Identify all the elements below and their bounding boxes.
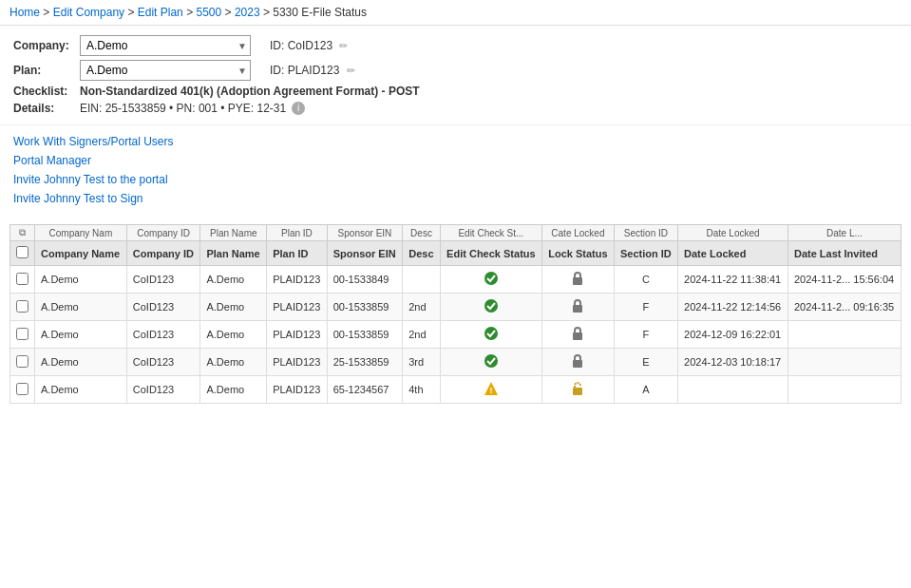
plan-select[interactable]: A.Demo — [80, 60, 251, 81]
company-id-edit-icon[interactable]: ✏ — [339, 40, 348, 51]
table-row: A.DemoCoID123A.DemoPLAID12300-15338592nd… — [10, 321, 902, 349]
row-checkbox[interactable] — [16, 273, 28, 285]
svg-rect-7 — [573, 360, 582, 368]
link-invite-portal[interactable]: Invite Johnny Test to the portal — [13, 173, 898, 186]
header-edit-check: Edit Check Status — [440, 241, 541, 266]
svg-rect-3 — [573, 305, 582, 313]
svg-point-4 — [484, 327, 498, 340]
breadcrumb-current: 5330 E-File Status — [273, 6, 367, 19]
breadcrumb-2023[interactable]: 2023 — [235, 6, 260, 19]
breadcrumb-home[interactable]: Home — [9, 6, 40, 19]
row-lock-status — [541, 266, 614, 294]
row-checkbox-cell — [10, 266, 35, 294]
green-check-icon — [484, 271, 499, 286]
header-desc: Desc — [403, 241, 441, 266]
mini-col-company-id: Company ID — [126, 225, 200, 241]
header-date-locked: Date Locked — [678, 241, 788, 266]
green-check-icon — [484, 326, 499, 341]
svg-point-2 — [484, 299, 498, 313]
row-company-name: A.Demo — [35, 266, 127, 294]
plan-id-display: ID: PLAID123 ✏ — [270, 64, 355, 77]
table-row: A.DemoCoID123A.DemoPLAID12300-15338592nd… — [10, 294, 902, 321]
link-work-with-signers[interactable]: Work With Signers/Portal Users — [13, 135, 898, 148]
mini-col-company-name: Company Nam — [35, 225, 127, 241]
row-checkbox[interactable] — [16, 300, 28, 313]
header-lock-status: Lock Status — [541, 241, 614, 266]
row-sponsor-ein: 00-1533849 — [327, 266, 403, 294]
company-id-display: ID: CoID123 ✏ — [270, 39, 348, 52]
checklist-value: Non-Standardized 401(k) (Adoption Agreem… — [80, 85, 420, 98]
row-plan-id: PLAID123 — [267, 294, 328, 321]
row-sponsor-ein: 65-1234567 — [327, 376, 403, 404]
header-plan-id: Plan ID — [267, 241, 328, 266]
header-company-name: Company Name — [35, 241, 127, 266]
mini-col-plan-id: Plan ID — [267, 225, 328, 241]
locked-icon — [571, 353, 584, 369]
row-edit-check-status — [440, 266, 541, 294]
locked-icon — [571, 326, 584, 341]
row-checkbox-cell — [10, 321, 35, 349]
row-edit-check-status: ! — [440, 376, 541, 404]
mini-col-section-id: Section ID — [614, 225, 677, 241]
copy-icon[interactable]: ⧉ — [19, 227, 26, 237]
header-sponsor-ein: Sponsor EIN — [327, 241, 403, 266]
mini-col-desc: Desc — [403, 225, 441, 241]
table-main-header-row: Company Name Company ID Plan Name Plan I… — [10, 241, 902, 266]
row-date-last-invited — [788, 376, 901, 404]
row-checkbox[interactable] — [16, 355, 28, 368]
row-edit-check-status — [440, 321, 541, 349]
row-checkbox[interactable] — [16, 328, 28, 340]
link-invite-sign[interactable]: Invite Johnny Test to Sign — [13, 192, 898, 205]
row-lock-status — [541, 349, 614, 376]
row-edit-check-status — [440, 349, 541, 376]
table-mini-header-row: ⧉ Company Nam Company ID Plan Name Plan … — [10, 225, 902, 241]
svg-rect-5 — [573, 332, 582, 340]
row-plan-id: PLAID123 — [267, 376, 328, 404]
mini-col-lock-status: Cate Locked — [541, 225, 614, 241]
header-company-id: Company ID — [126, 241, 200, 266]
efile-table: ⧉ Company Nam Company ID Plan Name Plan … — [9, 224, 902, 404]
row-lock-status — [541, 321, 614, 349]
company-select[interactable]: A.Demo — [80, 35, 251, 56]
link-portal-manager[interactable]: Portal Manager — [13, 154, 898, 167]
details-info-icon[interactable]: i — [292, 102, 305, 115]
row-date-locked: 2024-11-22 12:14:56 — [678, 294, 788, 321]
mini-col-date-last: Date L... — [788, 225, 901, 241]
select-all-checkbox[interactable] — [16, 246, 28, 258]
row-date-last-invited — [788, 321, 901, 349]
row-date-last-invited — [788, 349, 901, 376]
breadcrumb-edit-plan[interactable]: Edit Plan — [138, 6, 183, 19]
mini-col-edit-check: Edit Check St... — [440, 225, 541, 241]
plan-select-wrap: A.Demo ▼ — [80, 60, 251, 81]
company-select-wrap: A.Demo ▼ — [80, 35, 251, 56]
warning-icon: ! — [484, 381, 499, 396]
row-plan-name: A.Demo — [200, 349, 267, 376]
row-plan-id: PLAID123 — [267, 349, 328, 376]
plan-id-edit-icon[interactable]: ✏ — [347, 65, 355, 76]
row-checkbox[interactable] — [16, 383, 28, 395]
table-body: A.DemoCoID123A.DemoPLAID12300-1533849 C2… — [10, 266, 902, 404]
row-section-id: A — [614, 376, 677, 404]
row-checkbox-cell — [10, 376, 35, 404]
checklist-label: Checklist: — [13, 85, 80, 98]
links-section: Work With Signers/Portal Users Portal Ma… — [0, 125, 911, 220]
row-company-name: A.Demo — [35, 376, 127, 404]
svg-point-0 — [484, 272, 498, 285]
row-desc — [403, 266, 441, 294]
svg-point-6 — [484, 354, 498, 368]
header-section-id: Section ID — [614, 241, 677, 266]
row-plan-name: A.Demo — [200, 266, 267, 294]
svg-rect-10 — [573, 388, 582, 395]
header-plan-name: Plan Name — [200, 241, 267, 266]
mini-col-plan-name: Plan Name — [200, 225, 267, 241]
row-plan-id: PLAID123 — [267, 266, 328, 294]
row-plan-id: PLAID123 — [267, 321, 328, 349]
company-label: Company: — [13, 39, 80, 52]
locked-icon — [571, 298, 584, 313]
table-section: ⧉ Company Nam Company ID Plan Name Plan … — [0, 220, 911, 417]
breadcrumb-edit-company[interactable]: Edit Company — [53, 6, 124, 19]
row-company-name: A.Demo — [35, 294, 127, 321]
row-section-id: E — [614, 349, 677, 376]
breadcrumb-5500[interactable]: 5500 — [196, 6, 221, 19]
green-check-icon — [484, 298, 499, 313]
